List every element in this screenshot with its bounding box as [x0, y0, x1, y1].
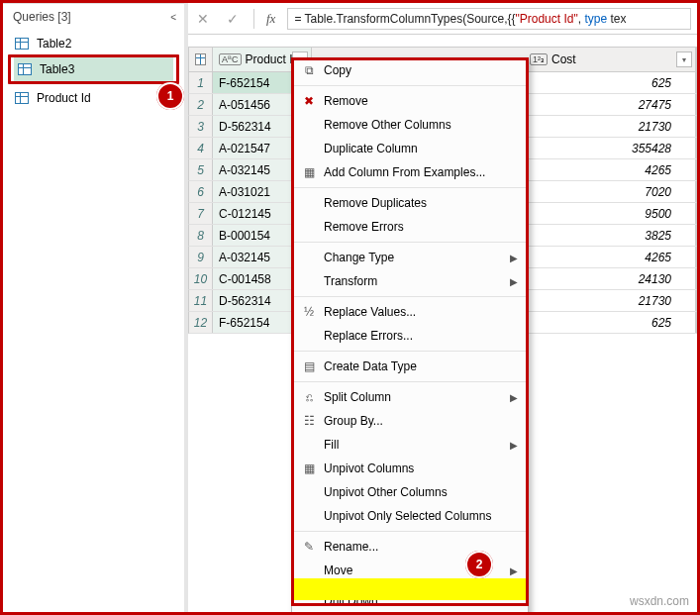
- menu-duplicate[interactable]: Duplicate Column: [292, 137, 528, 160]
- row-number[interactable]: 10: [189, 268, 213, 289]
- row-number[interactable]: 3: [189, 116, 213, 137]
- query-item-table3[interactable]: Table3: [14, 57, 173, 81]
- table-icon: [195, 53, 206, 65]
- cancel-icon[interactable]: ✕: [194, 11, 212, 27]
- rename-icon: ✎: [298, 540, 320, 554]
- row-number[interactable]: 8: [189, 225, 213, 246]
- formula-string: "Product Id": [516, 12, 578, 26]
- select-all-corner[interactable]: [189, 48, 213, 71]
- copy-icon: ⧉: [298, 63, 320, 77]
- formula-text: = Table.TransformColumnTypes(Source,{{: [294, 12, 515, 26]
- menu-copy[interactable]: ⧉Copy: [292, 58, 528, 82]
- query-label: Table3: [40, 62, 74, 76]
- menu-replace-values[interactable]: ½Replace Values...: [292, 300, 528, 324]
- menu-separator: [292, 85, 528, 86]
- app-frame: Queries [3] < Table2 Table3 Product Id: [0, 0, 700, 615]
- type-number-icon: 1²₃: [530, 53, 548, 65]
- menu-replace-errors[interactable]: Replace Errors...: [292, 324, 528, 348]
- menu-separator: [292, 381, 528, 382]
- query-label: Product Id: [37, 91, 91, 105]
- query-item-highlighted-box: Table3: [8, 54, 179, 84]
- row-number[interactable]: 2: [189, 94, 213, 115]
- queries-header: Queries [3] <: [3, 4, 184, 30]
- callout-1: 1: [156, 82, 184, 110]
- row-number[interactable]: 5: [189, 159, 213, 180]
- watermark: wsxdn.com: [630, 594, 689, 608]
- formula-keyword: type: [584, 12, 607, 26]
- menu-unpivot-selected[interactable]: Unpivot Only Selected Columns: [292, 504, 528, 528]
- menu-remove-other[interactable]: Remove Other Columns: [292, 113, 528, 137]
- submenu-arrow-icon: ▶: [510, 565, 518, 576]
- menu-add-from-examples[interactable]: ▦Add Column From Examples...: [292, 160, 528, 184]
- separator: [253, 9, 254, 29]
- menu-drill-down[interactable]: Drill Down: [292, 589, 528, 613]
- menu-unpivot[interactable]: ▦Unpivot Columns: [292, 457, 528, 480]
- menu-change-type[interactable]: Change Type▶: [292, 246, 528, 269]
- remove-icon: ✖: [298, 94, 320, 108]
- row-number[interactable]: 9: [189, 247, 213, 267]
- column-label: Cost: [551, 52, 576, 66]
- table-plus-icon: ▦: [298, 165, 320, 179]
- row-number[interactable]: 4: [189, 138, 213, 158]
- formula-bar: ✕ ✓ fx = Table.TransformColumnTypes(Sour…: [188, 3, 697, 35]
- table-icon: [15, 92, 29, 104]
- menu-group-by[interactable]: ☷Group By...: [292, 409, 528, 433]
- menu-separator: [292, 531, 528, 532]
- menu-remove[interactable]: ✖Remove: [292, 89, 528, 113]
- callout-2: 2: [465, 551, 493, 578]
- row-number[interactable]: 12: [189, 312, 213, 333]
- unpivot-icon: ▦: [298, 461, 320, 475]
- submenu-arrow-icon: ▶: [510, 440, 518, 451]
- datatype-icon: ▤: [298, 359, 320, 373]
- row-number[interactable]: 11: [189, 290, 213, 311]
- group-icon: ☷: [298, 414, 320, 428]
- fx-icon[interactable]: fx: [266, 11, 275, 27]
- query-item-table2[interactable]: Table2: [3, 32, 184, 55]
- replace-icon: ½: [298, 305, 320, 319]
- row-number[interactable]: 6: [189, 181, 213, 202]
- menu-separator: [292, 351, 528, 352]
- queries-title: Queries [3]: [13, 10, 71, 24]
- submenu-arrow-icon: ▶: [510, 253, 518, 263]
- column-menu-button[interactable]: ▾: [676, 51, 692, 67]
- formula-input[interactable]: = Table.TransformColumnTypes(Source,{{"P…: [287, 8, 691, 30]
- menu-rename[interactable]: ✎Rename...: [292, 535, 528, 559]
- menu-separator: [292, 187, 528, 188]
- accept-icon[interactable]: ✓: [224, 11, 242, 27]
- row-number[interactable]: 7: [189, 203, 213, 224]
- menu-remove-errors[interactable]: Remove Errors: [292, 215, 528, 239]
- query-label: Table2: [37, 37, 71, 51]
- submenu-arrow-icon: ▶: [510, 276, 518, 287]
- type-text-icon: AᴮC: [219, 53, 242, 65]
- menu-unpivot-other[interactable]: Unpivot Other Columns: [292, 480, 528, 504]
- menu-remove-duplicates[interactable]: Remove Duplicates: [292, 191, 528, 215]
- menu-transform[interactable]: Transform▶: [292, 269, 528, 293]
- menu-fill[interactable]: Fill▶: [292, 433, 528, 457]
- row-number[interactable]: 1: [189, 72, 213, 93]
- menu-separator: [292, 242, 528, 243]
- split-icon: ⎌: [298, 390, 320, 404]
- table-icon: [18, 63, 32, 75]
- submenu-arrow-icon: ▶: [510, 392, 518, 403]
- menu-split-column[interactable]: ⎌Split Column▶: [292, 385, 528, 409]
- context-menu: ⧉Copy ✖Remove Remove Other Columns Dupli…: [291, 57, 529, 615]
- menu-separator: [292, 585, 528, 586]
- menu-separator: [292, 296, 528, 297]
- menu-create-datatype[interactable]: ▤Create Data Type: [292, 355, 528, 378]
- table-icon: [15, 38, 29, 50]
- collapse-chevron-icon[interactable]: <: [170, 12, 176, 23]
